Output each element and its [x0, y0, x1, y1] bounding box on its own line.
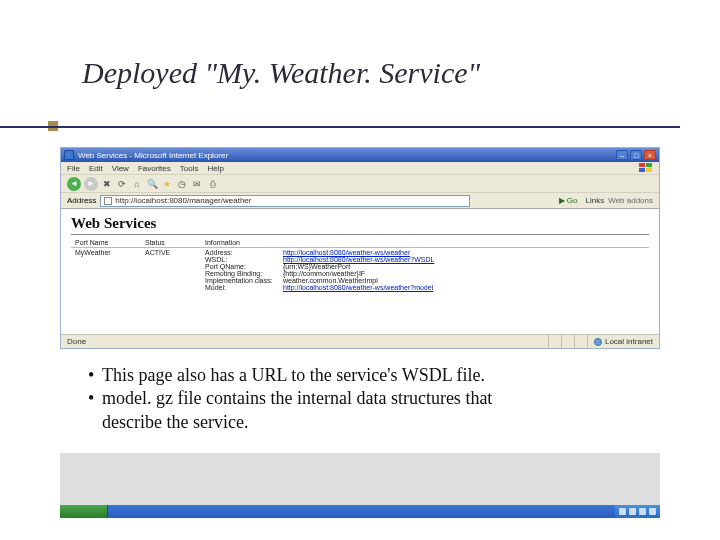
bullet-2-cont: describe the service.	[88, 411, 648, 434]
col-port: Port Name	[71, 238, 141, 248]
windows-logo-icon	[639, 163, 653, 173]
browser-window: Web Services - Microsoft Internet Explor…	[60, 147, 660, 349]
go-button[interactable]: ▶ Go	[559, 196, 578, 205]
address-value: http://localhost:8080/manager/weather	[115, 196, 251, 205]
history-icon[interactable]: ◷	[176, 178, 188, 190]
statusbar: Done Local intranet	[61, 334, 659, 348]
bullet-list: •This page also has a URL to the service…	[88, 364, 648, 434]
window-buttons: – □ ×	[616, 150, 656, 160]
favorites-icon[interactable]: ★	[161, 178, 173, 190]
web-addons-label[interactable]: Web addons	[608, 196, 653, 205]
menubar: File Edit View Favorites Tools Help	[61, 162, 659, 175]
ie-icon	[64, 150, 74, 160]
tray-icon[interactable]	[639, 508, 646, 515]
maximize-button[interactable]: □	[630, 150, 642, 160]
toolbar: ◄ ► ✖ ⟳ ⌂ 🔍 ★ ◷ ✉ ⎙	[61, 175, 659, 193]
bullet-2: •model. gz file contains the internal da…	[88, 387, 648, 410]
print-icon[interactable]: ⎙	[206, 178, 218, 190]
cell-status: ACTIVE	[141, 248, 201, 293]
menu-favorites[interactable]: Favorites	[138, 164, 171, 173]
page-icon	[104, 197, 112, 205]
tray-icon[interactable]	[629, 508, 636, 515]
minimize-button[interactable]: –	[616, 150, 628, 160]
system-tray	[615, 505, 660, 518]
go-label: Go	[567, 196, 578, 205]
status-seg-1	[548, 335, 561, 348]
col-status: Status	[141, 238, 201, 248]
search-icon[interactable]: 🔍	[146, 178, 158, 190]
bullet-2-text-b: describe the service.	[102, 411, 248, 434]
menu-edit[interactable]: Edit	[89, 164, 103, 173]
back-button[interactable]: ◄	[67, 177, 81, 191]
close-button[interactable]: ×	[644, 150, 656, 160]
links-label[interactable]: Links	[586, 196, 605, 205]
table-row: MyWeather ACTIVE Address:http://localhos…	[71, 248, 649, 293]
slide-container: Deployed "My. Weather. Service" Web Serv…	[0, 0, 720, 540]
mail-icon[interactable]: ✉	[191, 178, 203, 190]
status-seg-2	[561, 335, 574, 348]
tray-icon[interactable]	[649, 508, 656, 515]
start-button[interactable]	[60, 505, 108, 518]
title-underline	[0, 126, 680, 128]
bullet-2-text-a: model. gz file contains the internal dat…	[102, 387, 492, 410]
services-table: Port Name Status Information MyWeather A…	[71, 238, 649, 292]
menu-help[interactable]: Help	[207, 164, 223, 173]
menu-tools[interactable]: Tools	[180, 164, 199, 173]
menu-view[interactable]: View	[112, 164, 129, 173]
heading-rule	[71, 234, 649, 235]
page-heading: Web Services	[71, 215, 649, 232]
titlebar: Web Services - Microsoft Internet Explor…	[61, 148, 659, 162]
title-wrap: Deployed "My. Weather. Service"	[0, 0, 720, 90]
globe-icon	[594, 338, 602, 346]
address-input[interactable]: http://localhost:8080/manager/weather	[100, 195, 470, 207]
refresh-icon[interactable]: ⟳	[116, 178, 128, 190]
status-seg-3	[574, 335, 587, 348]
address-label: Address	[67, 196, 96, 205]
cell-info: Address:http://localhost:8080/weather-ws…	[201, 248, 649, 293]
col-info: Information	[201, 238, 649, 248]
page-content: Web Services Port Name Status Informatio…	[61, 209, 659, 334]
status-done: Done	[61, 335, 92, 348]
tray-icon[interactable]	[619, 508, 626, 515]
status-zone: Local intranet	[587, 335, 659, 348]
forward-button[interactable]: ►	[84, 177, 98, 191]
menu-file[interactable]: File	[67, 164, 80, 173]
address-row: Address http://localhost:8080/manager/we…	[61, 193, 659, 209]
window-title: Web Services - Microsoft Internet Explor…	[78, 151, 616, 160]
bullet-1: •This page also has a URL to the service…	[88, 364, 648, 387]
status-zone-label: Local intranet	[605, 337, 653, 346]
home-icon[interactable]: ⌂	[131, 178, 143, 190]
stop-icon[interactable]: ✖	[101, 178, 113, 190]
cell-port-name: MyWeather	[71, 248, 141, 293]
table-header-row: Port Name Status Information	[71, 238, 649, 248]
slide-title: Deployed "My. Weather. Service"	[82, 56, 720, 90]
bottom-gray-box	[60, 453, 660, 506]
taskbar	[60, 505, 660, 518]
bullet-1-text: This page also has a URL to the service'…	[102, 364, 485, 387]
